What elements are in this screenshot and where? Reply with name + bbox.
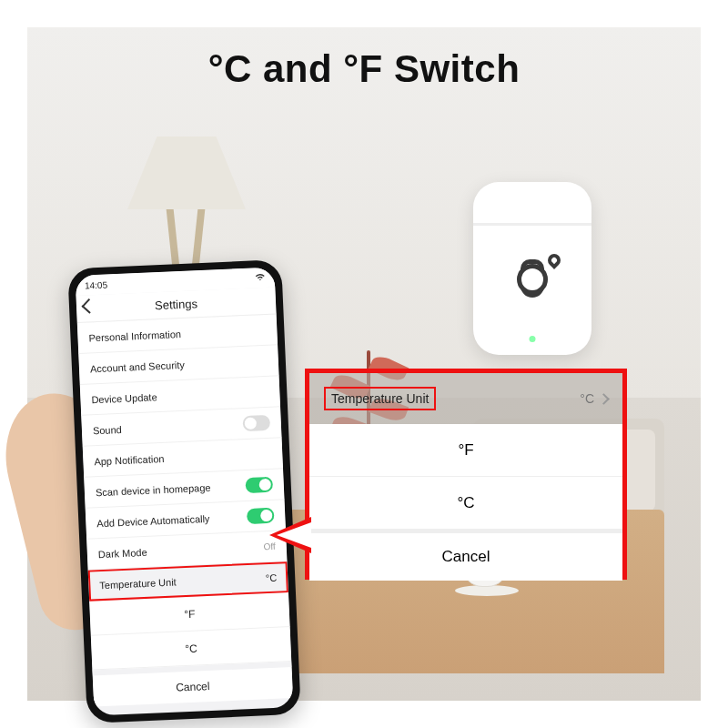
callout-panel: Temperature Unit °C °F °C Cancel [305, 369, 627, 580]
settings-row-label: App Notification [94, 452, 164, 466]
callout-temperature-unit-label: Temperature Unit [324, 387, 436, 410]
toggle-switch[interactable] [242, 415, 270, 431]
headline: °C and °F Switch [0, 47, 728, 91]
phone-screen: 14:05 Settings Personal InformationAccou… [76, 267, 294, 715]
callout-pointer [269, 517, 311, 553]
sensor-device [473, 182, 592, 355]
cancel-button[interactable]: Cancel [92, 662, 293, 707]
settings-row-label: Account and Security [90, 359, 185, 374]
toggle-switch[interactable] [245, 477, 273, 493]
temperature-unit-value: °C [266, 572, 278, 584]
back-icon[interactable] [82, 298, 97, 314]
wifi-icon [255, 272, 267, 284]
thermometer-icon [521, 259, 544, 298]
settings-list: Personal InformationAccount and Security… [77, 314, 288, 570]
status-time: 14:05 [85, 279, 107, 290]
led-indicator [530, 336, 536, 342]
settings-row-label: Device Update [91, 391, 157, 405]
settings-row-label: Dark Mode [98, 546, 147, 559]
callout-temperature-unit-value: °C [580, 391, 594, 406]
settings-row-label: Add Device Automatically [96, 512, 210, 528]
callout-temperature-unit-row[interactable]: Temperature Unit °C [309, 373, 622, 424]
callout-cancel-button[interactable]: Cancel [309, 530, 622, 581]
phone-frame: 14:05 Settings Personal InformationAccou… [67, 259, 301, 723]
settings-title: Settings [155, 297, 198, 312]
callout-option-fahrenheit[interactable]: °F [309, 424, 622, 477]
settings-row-label: Sound [93, 423, 122, 435]
temperature-unit-label: Temperature Unit [99, 576, 177, 591]
chevron-right-icon [598, 393, 610, 405]
settings-row-label: Scan device in homepage [96, 481, 211, 498]
callout-option-celsius[interactable]: °C [309, 477, 622, 530]
settings-row-label: Personal Information [88, 328, 181, 342]
unit-action-sheet: °F °C Cancel [89, 592, 293, 706]
